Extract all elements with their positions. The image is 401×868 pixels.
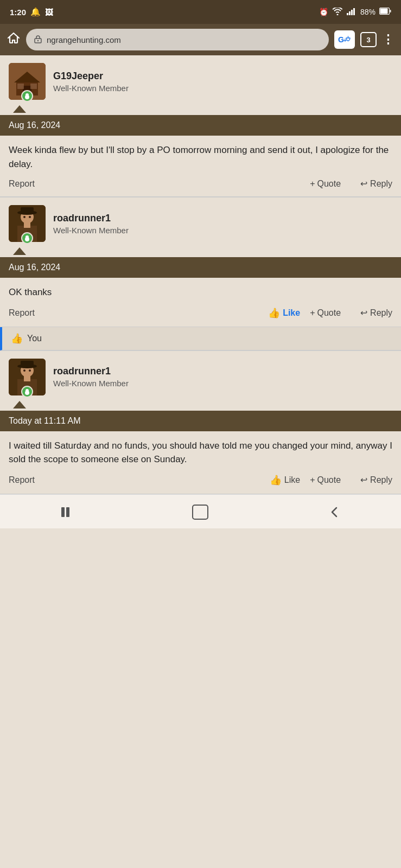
date-header-3: Today at 11:11 AM	[0, 411, 401, 431]
svg-rect-16	[17, 84, 24, 89]
username-2: roadrunner1	[53, 213, 129, 224]
svg-point-27	[29, 216, 31, 218]
report-button-1[interactable]: Report	[9, 179, 310, 189]
likes-row-text: You	[27, 334, 42, 343]
post-arrow-1	[13, 105, 26, 113]
post-card-3: roadrunner1 Well-Known Member Today at 1…	[0, 351, 401, 494]
online-indicator-1	[21, 90, 33, 102]
svg-rect-39	[26, 389, 29, 393]
svg-rect-40	[61, 507, 65, 517]
nav-home-button[interactable]	[184, 501, 217, 523]
post-content-1: Week kinda flew by but I'll stop by a PO…	[0, 136, 401, 174]
svg-rect-35	[24, 376, 30, 381]
signal-icon	[347, 8, 357, 17]
svg-point-8	[37, 40, 39, 41]
post-arrow-2	[13, 247, 26, 255]
svg-rect-33	[21, 361, 34, 367]
svg-rect-19	[26, 93, 29, 97]
report-button-2[interactable]: Report	[9, 308, 268, 318]
battery-percent: 88%	[360, 8, 375, 16]
reply-button-3[interactable]: ↩ Reply	[360, 475, 392, 485]
svg-rect-6	[380, 9, 388, 14]
post-card-2: roadrunner1 Well-Known Member Aug 16, 20…	[0, 197, 401, 350]
date-header-2: Aug 16, 2024	[0, 257, 401, 278]
menu-button[interactable]: ⋮	[382, 33, 394, 47]
user-header-2: roadrunner1 Well-Known Member	[0, 197, 401, 247]
online-indicator-3	[21, 386, 33, 398]
post-arrow-3	[13, 401, 26, 409]
online-indicator-2	[21, 232, 33, 244]
alarm-icon: 🔔	[30, 7, 41, 17]
tabs-button[interactable]: 3	[360, 32, 377, 47]
wifi-icon	[332, 8, 343, 17]
user-info-1: G19Jeeper Well-Known Member	[53, 71, 129, 93]
status-bar: 1:20 🔔 🖼 ⏰ 88%	[0, 0, 401, 24]
alarm-clock-icon: ⏰	[319, 8, 328, 16]
reply-icon-3: ↩	[360, 475, 367, 485]
username-1: G19Jeeper	[53, 71, 129, 82]
url-bar[interactable]: ngrangehunting.com	[26, 29, 329, 50]
reply-icon-2: ↩	[360, 308, 367, 318]
browser-bar: ngrangehunting.com G + 3 ⋮	[0, 24, 401, 55]
post-actions-3: Report 👍 Like + Quote ↩ Reply	[0, 470, 401, 494]
user-role-2: Well-Known Member	[53, 226, 129, 235]
user-info-2: roadrunner1 Well-Known Member	[53, 213, 129, 235]
quote-button-1[interactable]: + Quote	[310, 179, 341, 189]
svg-rect-17	[30, 84, 37, 89]
post-actions-2: Report 👍 Like + Quote ↩ Reply	[0, 303, 401, 327]
like-button-3[interactable]: 👍 Like	[270, 474, 300, 486]
plus-icon-1: +	[310, 179, 315, 189]
url-text: ngrangehunting.com	[47, 35, 121, 44]
plus-icon-3: +	[310, 475, 315, 485]
date-header-1: Aug 16, 2024	[0, 115, 401, 136]
home-button[interactable]	[7, 31, 21, 48]
report-button-3[interactable]: Report	[9, 475, 270, 485]
thumb-up-icon-2: 👍	[268, 307, 280, 319]
reply-icon-1: ↩	[360, 178, 367, 189]
avatar-wrap-3	[9, 359, 46, 395]
user-role-3: Well-Known Member	[53, 379, 129, 388]
quote-button-2[interactable]: + Quote	[310, 308, 341, 318]
secure-icon	[34, 35, 42, 45]
svg-rect-1	[349, 11, 351, 15]
avatar-wrap-1	[9, 63, 46, 100]
nav-back-button[interactable]	[318, 501, 351, 523]
reply-button-2[interactable]: ↩ Reply	[360, 308, 392, 318]
svg-rect-29	[26, 235, 29, 239]
svg-rect-0	[347, 13, 348, 15]
like-button-2[interactable]: 👍 Like	[268, 307, 300, 319]
post-actions-1: Report + Quote ↩ Reply	[0, 174, 401, 197]
gallery-icon: 🖼	[45, 8, 53, 17]
content-area: G19Jeeper Well-Known Member Aug 16, 2024…	[0, 55, 401, 494]
thumb-up-icon-3: 👍	[270, 474, 282, 486]
username-3: roadrunner1	[53, 366, 129, 377]
likes-thumb-icon: 👍	[11, 333, 23, 344]
svg-rect-5	[390, 10, 391, 12]
bottom-nav	[0, 494, 401, 528]
reply-button-1[interactable]: ↩ Reply	[360, 178, 392, 189]
nav-menu-button[interactable]	[50, 501, 83, 523]
svg-rect-25	[24, 222, 30, 228]
svg-rect-3	[353, 8, 355, 15]
user-header-1: G19Jeeper Well-Known Member	[0, 55, 401, 105]
svg-point-36	[23, 369, 26, 372]
svg-point-26	[23, 216, 26, 218]
quote-button-3[interactable]: + Quote	[310, 475, 341, 485]
likes-row-2: 👍 You	[0, 327, 401, 350]
post-content-2: OK thanks	[0, 278, 401, 303]
svg-rect-23	[21, 207, 34, 214]
svg-rect-42	[193, 505, 208, 519]
user-info-3: roadrunner1 Well-Known Member	[53, 366, 129, 388]
user-role-1: Well-Known Member	[53, 84, 129, 93]
avatar-wrap-2	[9, 205, 46, 242]
post-content-3: I waited till Saturday and no funds, you…	[0, 431, 401, 470]
battery-icon	[379, 8, 391, 16]
user-header-3: roadrunner1 Well-Known Member	[0, 351, 401, 401]
svg-rect-41	[66, 507, 69, 517]
post-card-1: G19Jeeper Well-Known Member Aug 16, 2024…	[0, 55, 401, 197]
translate-button[interactable]: G +	[334, 30, 355, 49]
svg-rect-2	[351, 10, 353, 15]
plus-icon-2: +	[310, 308, 315, 318]
svg-point-37	[29, 369, 31, 372]
time-display: 1:20	[10, 8, 26, 17]
